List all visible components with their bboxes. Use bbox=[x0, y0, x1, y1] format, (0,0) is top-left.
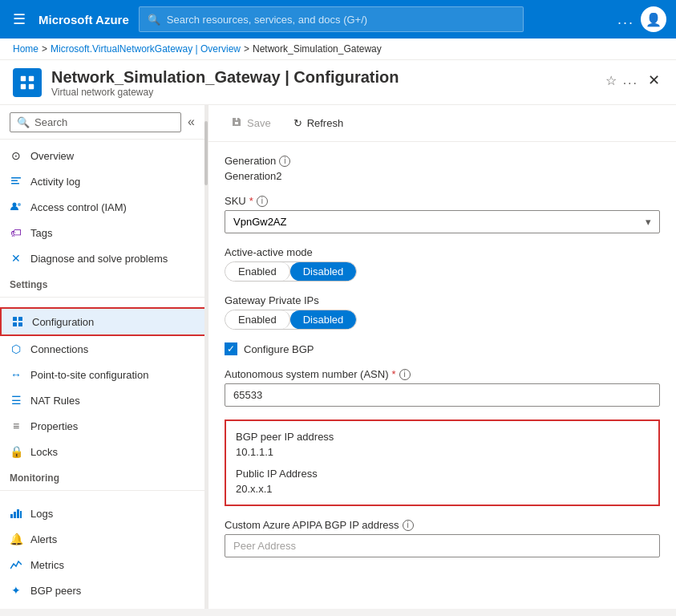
breadcrumb-overview[interactable]: Microsoft.VirtualNetworkGateway | Overvi… bbox=[51, 43, 241, 55]
breadcrumb-current: Network_Simulation_Gateway bbox=[253, 43, 382, 55]
asn-input[interactable] bbox=[225, 383, 660, 407]
sku-field: SKU * i VpnGw2AZ ▾ bbox=[225, 195, 660, 233]
sidebar-item-advisor[interactable]: Advisor Recommendations bbox=[0, 603, 208, 609]
sidebar-item-metrics[interactable]: Metrics bbox=[0, 552, 208, 578]
resource-type-icon bbox=[13, 68, 42, 97]
svg-rect-3 bbox=[29, 84, 34, 89]
sidebar-item-point-to-site[interactable]: ↔ Point-to-site configuration bbox=[0, 362, 208, 387]
breadcrumb-sep-2: > bbox=[244, 43, 249, 55]
sidebar-search-icon: 🔍 bbox=[17, 116, 30, 128]
breadcrumb-home[interactable]: Home bbox=[13, 43, 38, 55]
sidebar-item-properties[interactable]: ≡ Properties bbox=[0, 413, 208, 439]
main-layout: 🔍 Search « ⊙ Overview Activity log A bbox=[0, 105, 676, 609]
sidebar-item-activity-log[interactable]: Activity log bbox=[0, 168, 208, 194]
bgp-peers-icon: ✦ bbox=[10, 584, 22, 597]
nat-rules-icon: ☰ bbox=[10, 394, 22, 407]
configure-bgp-row: ✓ Configure BGP bbox=[225, 342, 660, 355]
svg-rect-2 bbox=[21, 84, 26, 89]
global-search-box[interactable]: 🔍 Search resources, services, and docs (… bbox=[139, 6, 524, 32]
peer-address-input[interactable] bbox=[225, 534, 660, 557]
diagnose-icon: ✕ bbox=[10, 252, 22, 265]
configure-bgp-checkbox[interactable]: ✓ bbox=[225, 342, 237, 355]
close-button[interactable]: ✕ bbox=[645, 68, 663, 92]
sidebar-item-label: Activity log bbox=[30, 176, 80, 188]
config-content: Generation i Generation2 SKU * i VpnGw2A… bbox=[208, 142, 676, 583]
resource-subtitle: Virtual network gateway bbox=[51, 87, 399, 98]
sidebar-item-nat-rules[interactable]: ☰ NAT Rules bbox=[0, 387, 208, 413]
sidebar-item-logs[interactable]: Logs bbox=[0, 500, 208, 526]
refresh-label: Refresh bbox=[307, 117, 344, 129]
refresh-button[interactable]: ↻ Refresh bbox=[284, 112, 354, 134]
sidebar-item-label: Access control (IAM) bbox=[30, 201, 127, 213]
sidebar-item-tags[interactable]: 🏷 Tags bbox=[0, 220, 208, 245]
tags-icon: 🏷 bbox=[10, 226, 22, 239]
resource-header-actions: ☆ ... ✕ bbox=[605, 68, 663, 92]
active-active-disabled-btn[interactable]: Disabled bbox=[290, 262, 357, 281]
generation-info-icon[interactable]: i bbox=[279, 156, 290, 167]
breadcrumb: Home > Microsoft.VirtualNetworkGateway |… bbox=[0, 38, 676, 60]
sidebar-item-access-control[interactable]: Access control (IAM) bbox=[0, 194, 208, 220]
sidebar-scrollbar-thumb[interactable] bbox=[204, 121, 208, 185]
gateway-private-ips-field: Gateway Private IPs Enabled Disabled bbox=[225, 294, 660, 330]
save-label: Save bbox=[247, 117, 271, 129]
global-search-placeholder: Search resources, services, and docs (G+… bbox=[167, 14, 367, 26]
point-to-site-icon: ↔ bbox=[10, 368, 22, 381]
svg-rect-13 bbox=[10, 514, 13, 518]
sidebar-scrollbar bbox=[204, 105, 208, 609]
active-active-enabled-btn[interactable]: Enabled bbox=[225, 262, 290, 281]
custom-apipa-label: Custom Azure APIPA BGP IP address i bbox=[225, 519, 660, 531]
asn-info-icon[interactable]: i bbox=[399, 369, 411, 380]
sidebar-item-label: Configuration bbox=[32, 316, 94, 328]
gateway-private-ips-disabled-btn[interactable]: Disabled bbox=[290, 310, 357, 329]
sidebar: 🔍 Search « ⊙ Overview Activity log A bbox=[0, 105, 208, 609]
hamburger-icon[interactable]: ☰ bbox=[10, 7, 29, 31]
avatar[interactable]: 👤 bbox=[641, 6, 666, 32]
sidebar-item-label: Overview bbox=[30, 150, 74, 162]
sidebar-item-bgp-peers[interactable]: ✦ BGP peers bbox=[0, 578, 208, 603]
sidebar-item-alerts[interactable]: 🔔 Alerts bbox=[0, 526, 208, 552]
properties-icon: ≡ bbox=[10, 419, 22, 432]
more-options-icon[interactable]: ... bbox=[623, 73, 638, 87]
active-active-field: Active-active mode Enabled Disabled bbox=[225, 246, 660, 282]
configure-bgp-label: Configure BGP bbox=[244, 343, 314, 355]
sidebar-search-box[interactable]: 🔍 Search bbox=[10, 112, 181, 132]
connections-icon: ⬡ bbox=[10, 342, 22, 355]
active-active-toggle: Enabled Disabled bbox=[225, 261, 357, 282]
sidebar-item-label: Properties bbox=[30, 420, 78, 432]
sidebar-search-placeholder: Search bbox=[34, 116, 67, 128]
sidebar-item-overview[interactable]: ⊙ Overview bbox=[0, 143, 208, 168]
settings-section-label: Settings bbox=[0, 271, 208, 294]
app-logo: Microsoft Azure bbox=[38, 13, 129, 26]
asn-field: Autonomous system number (ASN) * i bbox=[225, 368, 660, 407]
page-title: Network_Simulation_Gateway | Configurati… bbox=[51, 68, 399, 87]
content-area: Save ↻ Refresh Generation i Generation2 … bbox=[208, 105, 676, 609]
svg-rect-5 bbox=[11, 180, 18, 182]
sidebar-item-locks[interactable]: 🔒 Locks bbox=[0, 439, 208, 464]
star-icon[interactable]: ☆ bbox=[605, 73, 617, 88]
access-control-icon bbox=[10, 201, 22, 213]
asn-required: * bbox=[391, 368, 395, 380]
logs-icon bbox=[10, 507, 22, 520]
sku-select[interactable]: VpnGw2AZ ▾ bbox=[225, 210, 660, 233]
svg-rect-9 bbox=[13, 317, 17, 321]
svg-rect-10 bbox=[18, 317, 22, 321]
sidebar-item-label: Logs bbox=[30, 508, 53, 520]
custom-apipa-field: Custom Azure APIPA BGP IP address i bbox=[225, 519, 660, 557]
metrics-icon bbox=[10, 558, 22, 571]
save-button[interactable]: Save bbox=[221, 111, 281, 135]
sidebar-collapse-button[interactable]: « bbox=[184, 111, 198, 132]
generation-field: Generation i Generation2 bbox=[225, 155, 660, 182]
sidebar-item-configuration[interactable]: Configuration bbox=[0, 307, 208, 336]
sidebar-item-label: Diagnose and solve problems bbox=[30, 253, 168, 265]
svg-rect-1 bbox=[29, 76, 34, 81]
custom-apipa-info-icon[interactable]: i bbox=[403, 520, 414, 531]
gateway-private-ips-enabled-btn[interactable]: Enabled bbox=[225, 310, 290, 329]
sku-dropdown-arrow: ▾ bbox=[646, 216, 651, 228]
sku-info-icon[interactable]: i bbox=[257, 196, 268, 207]
sidebar-item-connections[interactable]: ⬡ Connections bbox=[0, 336, 208, 362]
sidebar-item-diagnose[interactable]: ✕ Diagnose and solve problems bbox=[0, 245, 208, 271]
topbar-more-icon[interactable]: ... bbox=[617, 11, 634, 28]
public-ip-label: Public IP Address bbox=[236, 468, 649, 480]
sidebar-item-label: Locks bbox=[30, 446, 58, 458]
svg-rect-12 bbox=[18, 322, 22, 326]
